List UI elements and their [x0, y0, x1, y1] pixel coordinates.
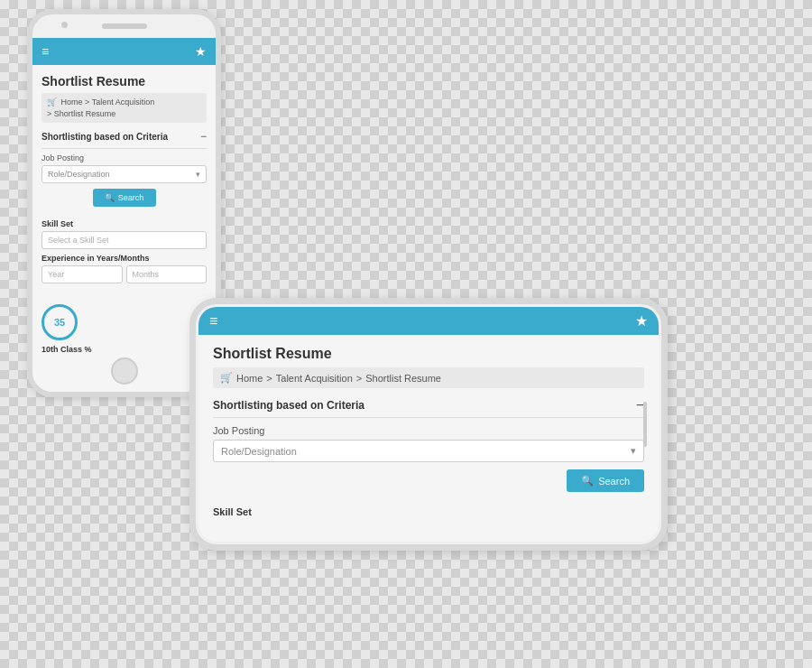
chevron-down-icon-v: ▾ [196, 170, 200, 179]
job-posting-select-v[interactable]: Role/Designation ▾ [42, 165, 207, 183]
horizontal-phone: ≡ ★ Shortlist Resume 🛒 Home > Talent Acq… [189, 298, 668, 551]
breadcrumb-arrow2: > [47, 109, 54, 118]
hamburger-icon[interactable]: ≡ [42, 44, 49, 59]
month-input-v[interactable]: Months [126, 265, 208, 283]
breadcrumb-home: Home [61, 97, 83, 107]
job-posting-placeholder-h: Role/Designation [221, 446, 297, 457]
minus-icon-vertical[interactable]: − [200, 130, 207, 143]
horizontal-content: Shortlist Resume 🛒 Home > Talent Acquisi… [198, 335, 659, 542]
job-posting-placeholder-v: Role/Designation [48, 170, 110, 179]
skill-set-input-v[interactable]: Select a Skill Set [42, 231, 207, 249]
breadcrumb-arrow2-h: > [356, 373, 362, 384]
section-title-vertical: Shortlisting based on Criteria [42, 132, 168, 142]
tenth-class-label-v: 10th Class % [42, 345, 207, 354]
section-header-horizontal: Shortlisting based on Criteria − [213, 397, 644, 418]
cart-icon: 🛒 [47, 97, 57, 107]
job-posting-label-v: Job Posting [42, 153, 207, 162]
scroll-indicator [643, 402, 647, 447]
chevron-down-icon-h: ▾ [631, 445, 636, 457]
skill-set-label-h: Skill Set [213, 506, 644, 517]
hamburger-icon-h[interactable]: ≡ [209, 313, 217, 329]
search-button-h[interactable]: 🔍 Search [567, 469, 644, 492]
experience-label-v: Experience in Years/Months [42, 254, 207, 263]
breadcrumb-vertical: 🛒 Home > Talent Acquisition > Shortlist … [42, 93, 207, 123]
breadcrumb-shortlist: Shortlist Resume [54, 109, 116, 118]
experience-row-v: Year Months [42, 265, 207, 283]
breadcrumb-horizontal: 🛒 Home > Talent Acquisition > Shortlist … [213, 367, 644, 388]
topbar-vertical: ≡ ★ [32, 38, 216, 65]
vertical-content: Shortlist Resume 🛒 Home > Talent Acquisi… [32, 65, 216, 392]
gauge-circle-v: 35 [42, 304, 78, 340]
topbar-horizontal: ≡ ★ [198, 307, 659, 335]
vertical-phone-screen: ≡ ★ Shortlist Resume 🛒 Home > Talent Acq… [32, 38, 216, 392]
search-icon-v: 🔍 [105, 193, 115, 202]
home-button-v[interactable] [111, 357, 138, 385]
breadcrumb-talent: Talent Acquisition [92, 97, 155, 107]
section-title-horizontal: Shortlisting based on Criteria [213, 399, 364, 412]
breadcrumb-home-h: Home [236, 373, 263, 384]
skill-set-label-v: Skill Set [42, 219, 207, 228]
breadcrumb-arrow1: > [85, 97, 92, 107]
breadcrumb-talent-h: Talent Acquisition [276, 373, 353, 384]
year-input-v[interactable]: Year [42, 265, 123, 283]
section-header-vertical: Shortlisting based on Criteria − [42, 130, 207, 143]
search-icon-h: 🔍 [581, 475, 594, 487]
breadcrumb-shortlist-h: Shortlist Resume [365, 373, 441, 384]
horizontal-phone-screen: ≡ ★ Shortlist Resume 🛒 Home > Talent Acq… [198, 307, 659, 542]
star-icon-h[interactable]: ★ [635, 312, 648, 329]
star-icon[interactable]: ★ [195, 44, 207, 59]
search-button-v[interactable]: 🔍 Search [93, 189, 156, 207]
page-title-horizontal: Shortlist Resume [213, 346, 644, 362]
search-label-h: Search [598, 476, 630, 487]
job-posting-select-h[interactable]: Role/Designation ▾ [213, 440, 644, 462]
page-title-vertical: Shortlist Resume [42, 74, 207, 88]
cart-icon-h: 🛒 [220, 372, 233, 384]
search-label-v: Search [118, 193, 144, 202]
job-posting-label-h: Job Posting [213, 425, 644, 436]
side-button-right [661, 376, 668, 422]
breadcrumb-arrow1-h: > [266, 373, 272, 384]
